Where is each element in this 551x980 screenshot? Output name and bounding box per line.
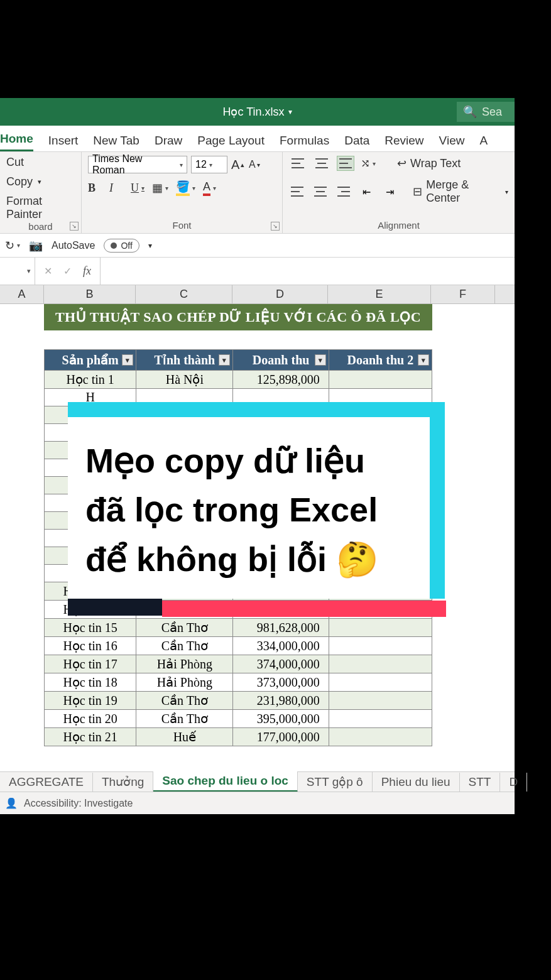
cell-product[interactable]: Học tin 1 bbox=[45, 371, 136, 389]
cell-product[interactable]: Học tin 20 bbox=[45, 710, 136, 728]
cell-revenue2[interactable] bbox=[329, 710, 432, 728]
enter-formula-icon[interactable]: ✓ bbox=[63, 265, 72, 277]
tab-review[interactable]: Review bbox=[385, 129, 423, 151]
align-bottom-icon[interactable] bbox=[337, 156, 354, 171]
merge-center-button[interactable]: ⊟ Merge & Center ▾ bbox=[413, 178, 508, 205]
cell-product[interactable]: Học tin 16 bbox=[45, 637, 136, 655]
align-left-icon[interactable] bbox=[289, 184, 306, 199]
cell-city[interactable]: Hải Phòng bbox=[136, 655, 233, 673]
increase-indent-icon[interactable]: ⇥ bbox=[381, 184, 398, 199]
decrease-font-icon[interactable]: A▾ bbox=[249, 159, 263, 170]
sheet-tab-d[interactable]: D bbox=[500, 773, 527, 792]
cell-product[interactable]: Học tin 19 bbox=[45, 692, 136, 710]
cell-revenue2[interactable] bbox=[329, 728, 432, 746]
tab-formulas[interactable]: Formulas bbox=[280, 129, 329, 151]
col-b[interactable]: B bbox=[44, 285, 136, 303]
filter-icon[interactable]: ▾ bbox=[122, 354, 133, 366]
borders-button[interactable]: ▦ bbox=[152, 181, 168, 195]
fill-color-button[interactable]: 🪣 bbox=[176, 180, 195, 196]
cell-revenue[interactable]: 374,000,000 bbox=[233, 655, 329, 673]
cell-revenue2[interactable] bbox=[329, 655, 432, 673]
col-d[interactable]: D bbox=[232, 285, 328, 303]
cell-revenue[interactable]: 981,628,000 bbox=[233, 619, 329, 637]
sheet-tab-sttgopo[interactable]: STT gộp ô bbox=[298, 772, 373, 792]
table-row[interactable]: Học tin 16Cần Thơ334,000,000 bbox=[45, 637, 432, 655]
cell-revenue2[interactable] bbox=[329, 637, 432, 655]
table-row[interactable]: Học tin 15Cần Thơ981,628,000 bbox=[45, 619, 432, 637]
align-middle-icon[interactable] bbox=[313, 156, 330, 171]
cell-product[interactable]: Học tin 15 bbox=[45, 619, 136, 637]
workbook-title[interactable]: Học Tin.xlsx ▾ bbox=[222, 105, 292, 119]
table-row[interactable]: Học tin 18Hải Phòng373,000,000 bbox=[45, 673, 432, 692]
cell-revenue[interactable]: 395,000,000 bbox=[233, 710, 329, 728]
cell-city[interactable]: Hà Nội bbox=[136, 371, 233, 389]
cell-revenue[interactable]: 231,980,000 bbox=[233, 692, 329, 710]
qat-customize-icon[interactable]: ▾ bbox=[148, 241, 162, 250]
cell-revenue2[interactable] bbox=[329, 371, 432, 389]
accessibility-status[interactable]: Accessibility: Investigate bbox=[24, 798, 133, 809]
sheet-tab-saochep[interactable]: Sao chep du lieu o loc bbox=[153, 771, 298, 792]
font-color-button[interactable]: A bbox=[203, 180, 217, 196]
bold-button[interactable]: B bbox=[88, 182, 102, 195]
cell-revenue[interactable]: 334,000,000 bbox=[233, 637, 329, 655]
cell-product[interactable]: Học tin 18 bbox=[45, 673, 136, 692]
cell-city[interactable]: Cần Thơ bbox=[136, 692, 233, 710]
decrease-indent-icon[interactable]: ⇤ bbox=[358, 184, 375, 199]
filter-icon[interactable]: ▾ bbox=[219, 354, 230, 366]
header-tinhthanh[interactable]: Tỉnh thành ▾ bbox=[136, 350, 233, 371]
tab-pagelayout[interactable]: Page Layout bbox=[197, 129, 265, 151]
cell-city[interactable]: Cần Thơ bbox=[136, 710, 233, 728]
cell-city[interactable]: Hải Phòng bbox=[136, 673, 233, 692]
tab-newtab[interactable]: New Tab bbox=[93, 129, 139, 151]
cell-revenue2[interactable] bbox=[329, 692, 432, 710]
header-doanhthu[interactable]: Doanh thu ▾ bbox=[233, 350, 329, 371]
sheet-tab-phieu[interactable]: Phieu du lieu bbox=[373, 773, 460, 792]
accessibility-icon[interactable]: 👤 bbox=[5, 797, 18, 809]
wrap-text-button[interactable]: ↩ Wrap Text bbox=[397, 156, 461, 170]
cell-revenue[interactable]: 373,000,000 bbox=[233, 673, 329, 692]
tab-home[interactable]: Home bbox=[0, 127, 33, 151]
fx-icon[interactable]: fx bbox=[83, 264, 91, 278]
table-row[interactable]: Học tin 1Hà Nội125,898,000 bbox=[45, 371, 432, 389]
autosave-toggle[interactable]: Off bbox=[104, 239, 139, 253]
cell-revenue2[interactable] bbox=[329, 619, 432, 637]
cell-city[interactable]: Cần Thơ bbox=[136, 619, 233, 637]
sheet-tab-aggregate[interactable]: AGGREGATE bbox=[0, 773, 93, 792]
filter-icon[interactable]: ▾ bbox=[418, 354, 429, 366]
header-sanpham[interactable]: Sản phẩm ▾ bbox=[45, 350, 136, 371]
tab-view[interactable]: View bbox=[439, 129, 465, 151]
tab-insert[interactable]: Insert bbox=[48, 129, 79, 151]
sheet-tab-thuong[interactable]: Thưởng bbox=[93, 772, 153, 792]
cancel-formula-icon[interactable]: ✕ bbox=[44, 265, 52, 277]
table-row[interactable]: Học tin 17Hải Phòng374,000,000 bbox=[45, 655, 432, 673]
cell-revenue[interactable]: 177,000,000 bbox=[233, 728, 329, 746]
cell-city[interactable]: Cần Thơ bbox=[136, 637, 233, 655]
redo-button[interactable]: ↻ bbox=[5, 239, 20, 253]
table-row[interactable]: Học tin 19Cần Thơ231,980,000 bbox=[45, 692, 432, 710]
name-box[interactable]: ▾ bbox=[0, 258, 35, 285]
font-dialog-launcher[interactable]: ↘ bbox=[271, 222, 280, 231]
cell-product[interactable]: Học tin 21 bbox=[45, 728, 136, 746]
header-doanhthu2[interactable]: Doanh thu 2 ▾ bbox=[329, 350, 432, 371]
increase-font-icon[interactable]: A▴ bbox=[231, 158, 245, 172]
format-painter-button[interactable]: Format Painter bbox=[6, 195, 75, 221]
cell-revenue[interactable]: 125,898,000 bbox=[233, 371, 329, 389]
col-f[interactable]: F bbox=[431, 285, 495, 303]
sheet-tab-stt[interactable]: STT bbox=[460, 773, 501, 792]
formula-input[interactable] bbox=[101, 258, 515, 285]
cut-button[interactable]: Cut bbox=[6, 156, 75, 169]
table-row[interactable]: Học tin 20Cần Thơ395,000,000 bbox=[45, 710, 432, 728]
camera-icon[interactable]: 📷 bbox=[29, 239, 43, 253]
col-e[interactable]: E bbox=[328, 285, 431, 303]
tab-draw[interactable]: Draw bbox=[155, 129, 182, 151]
search-box[interactable]: 🔍 Sea bbox=[457, 102, 515, 122]
copy-button[interactable]: Copy▾ bbox=[6, 175, 75, 188]
italic-button[interactable]: I bbox=[109, 182, 123, 195]
cell-revenue2[interactable] bbox=[329, 673, 432, 692]
font-name-combo[interactable]: Times New Roman▾ bbox=[88, 156, 187, 173]
orientation-button[interactable]: ⤭ bbox=[361, 156, 376, 170]
col-a[interactable]: A bbox=[0, 285, 44, 303]
tab-data[interactable]: Data bbox=[344, 129, 369, 151]
align-right-icon[interactable] bbox=[335, 184, 352, 199]
underline-button[interactable]: U bbox=[131, 182, 145, 195]
